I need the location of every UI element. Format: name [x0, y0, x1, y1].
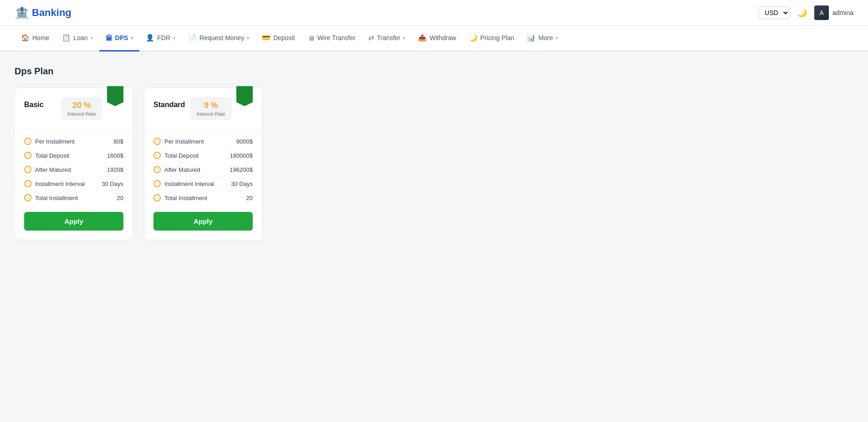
currency-select[interactable]: USD — [759, 6, 790, 19]
check-icon — [24, 138, 31, 145]
feature-left: Installment Interval — [153, 180, 214, 187]
bookmark-basic — [107, 86, 123, 106]
nav-item-request-money[interactable]: 📄 Request Money ▾ — [182, 26, 255, 51]
feature-label: Per Installment — [35, 138, 75, 145]
request-money-icon: 📄 — [188, 34, 197, 42]
nav-label-wire-transfer: Wire Transfer — [317, 34, 356, 41]
nav-item-pricing-plan[interactable]: 🌙 Pricing Plan — [463, 26, 521, 51]
feature-left: Per Installment — [24, 138, 75, 145]
apply-button-standard[interactable]: Apply — [153, 212, 253, 231]
check-icon — [24, 166, 31, 173]
feature-label: Installment Interval — [35, 180, 85, 187]
plan-card-basic: Basic20 %Interest RatePer Installment80$… — [15, 87, 133, 240]
request-money-chevron: ▾ — [247, 36, 249, 41]
interest-badge-basic: 20 %Interest Rate — [61, 97, 102, 120]
check-icon — [153, 138, 161, 145]
feature-row: Total Installment20 — [153, 191, 253, 205]
nav-label-dps: DPS — [115, 34, 128, 41]
features-list-standard: Per Installment9000$Total Deposit180000$… — [144, 134, 262, 205]
fdr-icon: 👤 — [146, 34, 154, 42]
feature-label: Total Deposit — [164, 152, 199, 159]
feature-left: Installment Interval — [24, 180, 85, 187]
interest-rate-label-standard: Interest Rate — [197, 111, 225, 117]
navbar: 🏠 Home 📋 Loan ▾ 🏛 DPS ▾ 👤 FDR ▾ 📄 Reques… — [0, 26, 868, 51]
nav-item-wire-transfer[interactable]: 🖥 Wire Transfer — [301, 26, 362, 51]
transfer-icon: ⇄ — [368, 34, 374, 42]
feature-label: Total Installment — [164, 195, 207, 201]
feature-value: 20 — [117, 195, 123, 201]
feature-row: Per Installment9000$ — [153, 134, 253, 149]
nav-label-transfer: Transfer — [377, 34, 401, 41]
feature-value: 196200$ — [230, 166, 253, 173]
check-icon — [153, 152, 161, 159]
feature-left: Total Installment — [153, 194, 207, 201]
feature-row: After Matured196200$ — [153, 163, 253, 177]
check-icon — [153, 180, 161, 187]
feature-label: Total Installment — [35, 195, 78, 201]
page-title: Dps Plan — [15, 66, 853, 77]
dps-chevron: ▾ — [131, 36, 133, 41]
check-icon — [24, 194, 31, 201]
nav-label-home: Home — [32, 34, 49, 41]
nav-item-home[interactable]: 🏠 Home — [15, 26, 56, 51]
plans-container: Basic20 %Interest RatePer Installment80$… — [15, 87, 853, 240]
feature-label: After Matured — [35, 166, 71, 173]
home-icon: 🏠 — [21, 34, 30, 42]
header-right: USD 🌙 A admina — [759, 5, 853, 20]
header: 🏦 Banking USD 🌙 A admina — [0, 0, 868, 26]
apply-button-basic[interactable]: Apply — [24, 212, 123, 231]
avatar: A — [814, 5, 829, 20]
feature-value: 20 — [246, 195, 253, 201]
nav-item-more[interactable]: 📊 More ▾ — [521, 26, 564, 51]
pricing-plan-icon: 🌙 — [469, 34, 478, 42]
feature-label: After Matured — [164, 166, 200, 173]
transfer-chevron: ▾ — [403, 36, 405, 41]
nav-label-pricing-plan: Pricing Plan — [480, 34, 515, 41]
more-chevron: ▾ — [556, 36, 558, 41]
feature-row: Total Deposit1600$ — [24, 149, 123, 163]
feature-value: 1600$ — [107, 152, 123, 159]
check-icon — [153, 194, 161, 201]
nav-label-withdraw: Withdraw — [429, 34, 456, 41]
interest-badge-standard: 9 %Interest Rate — [190, 97, 232, 120]
check-icon — [24, 152, 31, 159]
nav-item-withdraw[interactable]: 📤 Withdraw — [412, 26, 462, 51]
wire-transfer-icon: 🖥 — [308, 34, 315, 42]
feature-label: Installment Interval — [164, 180, 214, 187]
dark-mode-icon[interactable]: 🌙 — [797, 8, 807, 18]
nav-label-deposit: Deposit — [273, 34, 295, 41]
feature-value: 9000$ — [236, 138, 253, 145]
interest-rate-value-standard: 9 % — [197, 101, 225, 110]
feature-row: Installment Interval30 Days — [24, 177, 123, 191]
nav-item-transfer[interactable]: ⇄ Transfer ▾ — [362, 26, 412, 51]
feature-left: Total Deposit — [153, 152, 199, 159]
nav-item-deposit[interactable]: 💳 Deposit — [255, 26, 301, 51]
feature-left: Per Installment — [153, 138, 204, 145]
plan-name-standard: Standard — [153, 97, 185, 109]
avatar-image: A — [814, 5, 829, 20]
logo-icon: 🏦 — [15, 5, 29, 20]
deposit-icon: 💳 — [262, 34, 271, 42]
main-content: Dps Plan Basic20 %Interest RatePer Insta… — [0, 51, 868, 255]
feature-value: 80$ — [113, 138, 123, 145]
feature-row: Per Installment80$ — [24, 134, 123, 149]
check-icon — [24, 180, 31, 187]
nav-item-loan[interactable]: 📋 Loan ▾ — [56, 26, 99, 51]
username: admina — [832, 9, 853, 16]
dps-icon: 🏛 — [106, 34, 112, 42]
feature-left: Total Installment — [24, 194, 78, 201]
feature-row: Total Installment20 — [24, 191, 123, 205]
feature-value: 30 Days — [231, 180, 253, 187]
nav-label-request-money: Request Money — [199, 34, 244, 41]
logo[interactable]: 🏦 Banking — [15, 5, 71, 20]
interest-rate-value-basic: 20 % — [67, 101, 96, 110]
feature-value: 1920$ — [107, 166, 123, 173]
plan-card-standard: Standard9 %Interest RatePer Installment9… — [144, 87, 262, 240]
user-info[interactable]: A admina — [814, 5, 853, 20]
divider-basic — [15, 129, 133, 130]
nav-item-dps[interactable]: 🏛 DPS ▾ — [99, 26, 140, 51]
nav-item-fdr[interactable]: 👤 FDR ▾ — [139, 26, 182, 51]
nav-label-loan: Loan — [73, 34, 87, 41]
feature-left: Total Deposit — [24, 152, 69, 159]
feature-row: After Matured1920$ — [24, 163, 123, 177]
